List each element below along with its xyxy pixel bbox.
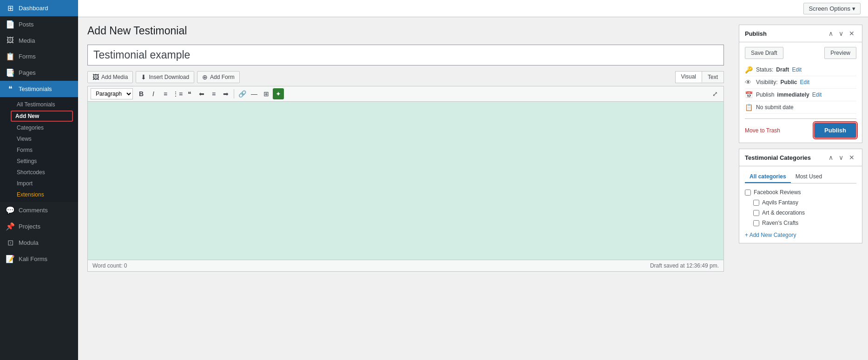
submit-date-row: 📋 No submit date bbox=[745, 101, 856, 114]
checkbox-facebook-reviews[interactable] bbox=[745, 190, 751, 196]
label-art-decorations[interactable]: Art & decorations bbox=[762, 209, 805, 216]
projects-icon: 📌 bbox=[6, 222, 15, 231]
categories-collapse-up[interactable]: ∧ bbox=[827, 153, 835, 162]
categories-metabox-controls: ∧ ∨ ✕ bbox=[827, 153, 856, 162]
preview-button[interactable]: Preview bbox=[824, 47, 856, 59]
tab-all-categories[interactable]: All categories bbox=[745, 171, 791, 183]
metabox-close[interactable]: ✕ bbox=[847, 29, 856, 38]
link-button[interactable]: 🔗 bbox=[237, 88, 248, 99]
sidebar-item-kali-forms[interactable]: 📝 Kali Forms bbox=[0, 251, 78, 267]
add-new-category-link[interactable]: + Add New Category bbox=[745, 232, 856, 238]
sidebar-item-posts[interactable]: 📄 Posts bbox=[0, 16, 78, 33]
label-facebook-reviews[interactable]: Facebook Reviews bbox=[754, 189, 801, 196]
add-form-button[interactable]: ⊕ Add Form bbox=[197, 71, 240, 83]
tab-text[interactable]: Text bbox=[702, 72, 723, 83]
metabox-collapse-up[interactable]: ∧ bbox=[827, 29, 835, 38]
sidebar: ⊞ Dashboard 📄 Posts 🖼 Media 📋 Forms 📑 Pa… bbox=[0, 0, 78, 360]
visibility-icon: 👁 bbox=[745, 79, 753, 86]
bold-button[interactable]: B bbox=[136, 88, 147, 99]
unordered-list-button[interactable]: ≡ bbox=[160, 88, 171, 99]
sidebar-sub-extensions[interactable]: Extensions bbox=[0, 189, 78, 200]
testimonials-submenu: All Testimonials Add New Categories View… bbox=[0, 97, 78, 202]
toolbar-separator bbox=[234, 89, 234, 98]
side-panel: Publish ∧ ∨ ✕ Save Draft Preview 🔑 Statu… bbox=[733, 17, 868, 360]
sidebar-sub-settings[interactable]: Settings bbox=[0, 156, 78, 167]
sidebar-item-forms[interactable]: 📋 Forms bbox=[0, 48, 78, 65]
categories-collapse-down[interactable]: ∨ bbox=[837, 153, 845, 162]
add-media-icon: 🖼 bbox=[92, 73, 99, 81]
italic-button[interactable]: I bbox=[148, 88, 159, 99]
insert-download-button[interactable]: ⬇ Insert Download bbox=[136, 71, 194, 83]
kali-forms-icon: 📝 bbox=[6, 255, 15, 263]
forms-icon: 📋 bbox=[6, 52, 15, 61]
custom-green-button[interactable]: ✦ bbox=[273, 88, 284, 99]
editor-body[interactable] bbox=[88, 102, 723, 260]
testimonials-icon: ❝ bbox=[6, 85, 15, 93]
checkbox-aqvils-fantasy[interactable] bbox=[753, 200, 759, 206]
align-right-button[interactable]: ➡ bbox=[220, 88, 231, 99]
categories-close[interactable]: ✕ bbox=[847, 153, 856, 162]
draft-saved: Draft saved at 12:36:49 pm. bbox=[650, 262, 719, 269]
publish-metabox-title: Publish bbox=[745, 30, 767, 37]
sidebar-item-projects[interactable]: 📌 Projects bbox=[0, 218, 78, 235]
blockquote-button[interactable]: ❝ bbox=[184, 88, 195, 99]
post-title-input[interactable] bbox=[87, 45, 724, 65]
sidebar-sub-add-new[interactable]: Add New bbox=[11, 111, 72, 121]
status-icon: 🔑 bbox=[745, 66, 753, 73]
publish-metabox-header: Publish ∧ ∨ ✕ bbox=[739, 25, 862, 42]
tab-most-used[interactable]: Most Used bbox=[791, 171, 827, 183]
fullscreen-button[interactable]: ⤢ bbox=[710, 88, 721, 99]
screen-options-button[interactable]: Screen Options ▾ bbox=[803, 3, 861, 14]
label-ravens-crafts[interactable]: Raven's Crafts bbox=[762, 220, 798, 226]
category-item-aqvils-fantasy: Aqvils Fantasy bbox=[745, 197, 856, 208]
view-tabs: Visual Text bbox=[675, 71, 724, 83]
save-draft-button[interactable]: Save Draft bbox=[745, 47, 783, 59]
media-icon: 🖼 bbox=[6, 36, 15, 45]
align-center-button[interactable]: ≡ bbox=[208, 88, 219, 99]
checkbox-ravens-crafts[interactable] bbox=[753, 220, 759, 226]
sidebar-item-testimonials[interactable]: ❝ Testimonials bbox=[0, 81, 78, 97]
editor-statusbar: Word count: 0 Draft saved at 12:36:49 pm… bbox=[88, 260, 723, 271]
sidebar-sub-shortcodes[interactable]: Shortcodes bbox=[0, 167, 78, 178]
categories-metabox: Testimonial Categories ∧ ∨ ✕ All categor… bbox=[739, 149, 862, 243]
posts-icon: 📄 bbox=[6, 20, 15, 29]
metabox-controls: ∧ ∨ ✕ bbox=[827, 29, 856, 38]
sidebar-item-comments[interactable]: 💬 Comments bbox=[0, 202, 78, 218]
schedule-row: 📅 Publish immediately Edit bbox=[745, 89, 856, 101]
categories-metabox-header: Testimonial Categories ∧ ∨ ✕ bbox=[739, 149, 862, 166]
sidebar-sub-categories[interactable]: Categories bbox=[0, 122, 78, 133]
sidebar-item-modula[interactable]: ⊡ Modula bbox=[0, 235, 78, 251]
visibility-edit-link[interactable]: Edit bbox=[800, 79, 809, 85]
format-select[interactable]: Paragraph Heading 1 Heading 2 Heading 3 bbox=[91, 88, 133, 99]
sidebar-sub-forms[interactable]: Forms bbox=[0, 144, 78, 156]
horizontal-rule-button[interactable]: — bbox=[249, 88, 260, 99]
add-form-icon: ⊕ bbox=[202, 73, 208, 81]
status-row: 🔑 Status: Draft Edit bbox=[745, 64, 856, 76]
table-button[interactable]: ⊞ bbox=[261, 88, 272, 99]
dashboard-icon: ⊞ bbox=[6, 4, 15, 13]
sidebar-sub-import[interactable]: Import bbox=[0, 178, 78, 189]
metabox-collapse-down[interactable]: ∨ bbox=[837, 29, 845, 38]
move-to-trash-link[interactable]: Move to Trash bbox=[745, 127, 780, 134]
schedule-edit-link[interactable]: Edit bbox=[812, 92, 822, 98]
category-tabs: All categories Most Used bbox=[745, 171, 856, 183]
checkbox-art-decorations[interactable] bbox=[753, 210, 759, 216]
publish-button[interactable]: Publish bbox=[814, 123, 856, 138]
sidebar-sub-all-testimonials[interactable]: All Testimonials bbox=[0, 99, 78, 110]
word-count-label: Word count: 0 bbox=[92, 262, 127, 269]
add-media-button[interactable]: 🖼 Add Media bbox=[87, 71, 133, 83]
align-left-button[interactable]: ⬅ bbox=[196, 88, 207, 99]
status-edit-link[interactable]: Edit bbox=[792, 66, 802, 73]
sidebar-item-dashboard[interactable]: ⊞ Dashboard bbox=[0, 0, 78, 16]
main-area: Screen Options ▾ Add New Testimonial 🖼 A… bbox=[78, 0, 868, 360]
categories-metabox-title: Testimonial Categories bbox=[745, 154, 811, 161]
ordered-list-button[interactable]: ⋮≡ bbox=[172, 88, 183, 99]
label-aqvils-fantasy[interactable]: Aqvils Fantasy bbox=[762, 199, 798, 206]
sidebar-item-pages[interactable]: 📑 Pages bbox=[0, 65, 78, 81]
publish-metabox: Publish ∧ ∨ ✕ Save Draft Preview 🔑 Statu… bbox=[739, 25, 862, 143]
sidebar-item-media[interactable]: 🖼 Media bbox=[0, 33, 78, 48]
format-toolbar: Paragraph Heading 1 Heading 2 Heading 3 … bbox=[88, 86, 723, 102]
modula-icon: ⊡ bbox=[6, 238, 15, 247]
tab-visual[interactable]: Visual bbox=[676, 72, 702, 83]
sidebar-sub-views[interactable]: Views bbox=[0, 133, 78, 144]
